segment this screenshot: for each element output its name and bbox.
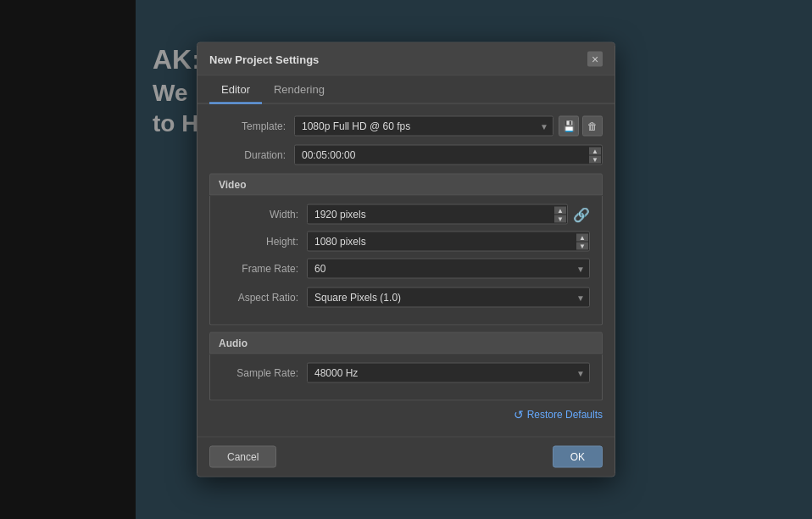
video-section-body: Width: ▲ ▼ 🔗 Height: <box>209 196 603 326</box>
frame-rate-label: Frame Rate: <box>222 263 307 275</box>
audio-section-header: Audio <box>209 332 603 354</box>
aspect-ratio-label: Aspect Ratio: <box>222 292 307 304</box>
height-up-arrow[interactable]: ▲ <box>576 233 588 241</box>
save-template-button[interactable]: 💾 <box>559 116 579 137</box>
tab-rendering[interactable]: Rendering <box>262 76 336 104</box>
sample-rate-control: 44100 Hz 48000 Hz 96000 Hz ▼ <box>307 363 590 383</box>
height-input[interactable] <box>307 232 590 252</box>
template-row: Template: 1080p Full HD @ 60 fps 1080p F… <box>209 116 603 137</box>
restore-defaults-button[interactable]: ↺ Restore Defaults <box>514 408 603 421</box>
dialog-body: Template: 1080p Full HD @ 60 fps 1080p F… <box>197 104 615 437</box>
width-control: ▲ ▼ <box>307 204 568 225</box>
close-button[interactable]: × <box>587 52 603 67</box>
video-section-header: Video <box>209 174 603 196</box>
restore-defaults-label: Restore Defaults <box>527 409 603 421</box>
template-label: Template: <box>209 120 294 132</box>
aspect-ratio-link-icon[interactable]: 🔗 <box>573 206 590 222</box>
height-down-arrow[interactable]: ▼ <box>576 242 588 249</box>
sample-rate-row: Sample Rate: 44100 Hz 48000 Hz 96000 Hz … <box>222 363 590 383</box>
width-up-arrow[interactable]: ▲ <box>554 206 566 214</box>
restore-row: ↺ Restore Defaults <box>209 408 603 421</box>
dialog-title: New Project Settings <box>209 53 319 65</box>
width-input[interactable] <box>307 204 568 225</box>
dialog-header: New Project Settings × <box>197 43 615 76</box>
duration-input[interactable] <box>294 145 603 165</box>
height-arrows: ▲ ▼ <box>576 233 588 249</box>
sample-rate-label: Sample Rate: <box>222 367 307 379</box>
frame-rate-select[interactable]: 24 25 30 48 50 60 <box>307 259 590 279</box>
tab-editor[interactable]: Editor <box>209 76 262 104</box>
frame-rate-row: Frame Rate: 24 25 30 48 50 60 ▼ <box>222 259 590 279</box>
dialog-tabs: Editor Rendering <box>197 76 615 104</box>
new-project-dialog: New Project Settings × Editor Rendering … <box>197 42 615 477</box>
delete-template-button[interactable]: 🗑 <box>582 116 603 137</box>
cancel-button[interactable]: Cancel <box>209 446 276 468</box>
dialog-footer: Cancel OK <box>197 437 615 477</box>
duration-down-arrow[interactable]: ▼ <box>589 155 601 163</box>
aspect-ratio-control: Square Pixels (1.0) D1/DV NTSC (0.9) D1/… <box>307 287 590 308</box>
duration-arrows: ▲ ▼ <box>589 147 601 163</box>
duration-label: Duration: <box>209 149 294 161</box>
restore-icon: ↺ <box>514 408 524 421</box>
width-arrows: ▲ ▼ <box>554 206 566 222</box>
delete-icon: 🗑 <box>587 120 598 132</box>
width-down-arrow[interactable]: ▼ <box>554 215 566 222</box>
duration-control: ▲ ▼ <box>294 145 603 165</box>
height-label: Height: <box>222 236 307 248</box>
height-row: Height: ▲ ▼ <box>222 232 590 252</box>
ok-button[interactable]: OK <box>553 446 603 468</box>
template-actions: 💾 🗑 <box>559 116 603 137</box>
duration-row: Duration: ▲ ▼ <box>209 145 603 165</box>
duration-up-arrow[interactable]: ▲ <box>589 147 601 154</box>
frame-rate-control: 24 25 30 48 50 60 ▼ <box>307 259 590 279</box>
width-inputs: ▲ ▼ 🔗 <box>307 204 590 225</box>
width-row: Width: ▲ ▼ 🔗 <box>222 204 590 225</box>
aspect-ratio-select[interactable]: Square Pixels (1.0) D1/DV NTSC (0.9) D1/… <box>307 287 590 308</box>
template-select[interactable]: 1080p Full HD @ 60 fps 1080p Full HD @ 3… <box>294 116 553 137</box>
width-label: Width: <box>222 209 307 220</box>
height-inputs: ▲ ▼ <box>307 232 590 252</box>
sample-rate-select[interactable]: 44100 Hz 48000 Hz 96000 Hz <box>307 363 590 383</box>
height-control: ▲ ▼ <box>307 232 590 252</box>
template-select-wrap: 1080p Full HD @ 60 fps 1080p Full HD @ 3… <box>294 116 553 137</box>
template-select-container: 1080p Full HD @ 60 fps 1080p Full HD @ 3… <box>294 116 553 137</box>
save-icon: 💾 <box>563 120 576 132</box>
audio-section-body: Sample Rate: 44100 Hz 48000 Hz 96000 Hz … <box>209 354 603 401</box>
aspect-ratio-row: Aspect Ratio: Square Pixels (1.0) D1/DV … <box>222 287 590 308</box>
